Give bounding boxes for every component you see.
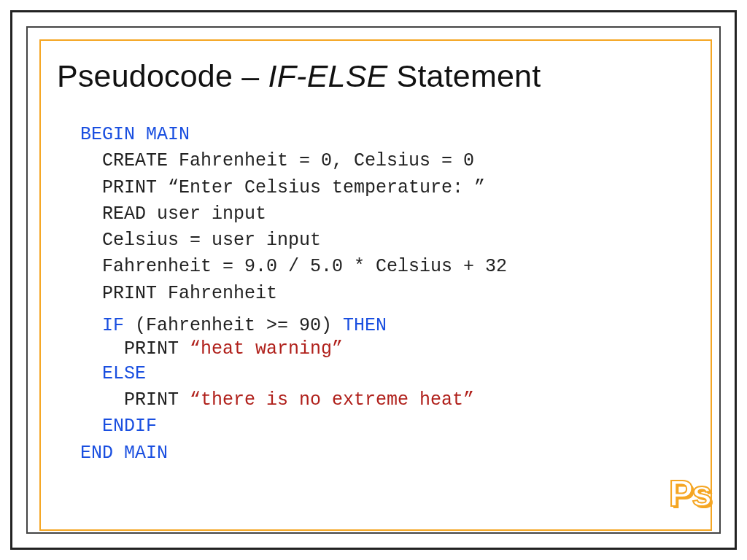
ps-logo: Ps Ps xyxy=(669,472,711,515)
kw-else: ELSE xyxy=(80,363,146,384)
code-if-condition: (Fahrenheit >= 90) xyxy=(124,315,343,336)
title-italic: IF-ELSE xyxy=(268,58,388,93)
title-prefix: Pseudocode – xyxy=(57,58,268,93)
ps-logo-front: Ps xyxy=(669,473,711,514)
kw-end-main: END MAIN xyxy=(80,443,168,464)
kw-if: IF xyxy=(80,315,124,336)
title-suffix: Statement xyxy=(387,58,541,93)
code-line-print-prompt-b: “Enter Celsius temperature: ” xyxy=(168,177,485,198)
str-no-extreme-heat: “there is no extreme heat” xyxy=(190,389,474,411)
pseudocode-block: BEGIN MAIN CREATE Fahrenheit = 0, Celsiu… xyxy=(80,122,703,467)
code-line-formula: Fahrenheit = 9.0 / 5.0 * Celsius + 32 xyxy=(80,254,703,280)
slide-content: Pseudocode – IF-ELSE Statement BEGIN MAI… xyxy=(57,58,703,467)
slide-title: Pseudocode – IF-ELSE Statement xyxy=(57,58,703,94)
kw-begin-main: BEGIN MAIN xyxy=(80,124,190,145)
code-print-noheat-a: PRINT xyxy=(80,389,190,411)
code-line-print-fahrenheit: PRINT Fahrenheit xyxy=(80,281,703,307)
kw-then: THEN xyxy=(343,315,387,336)
code-print-heat-a: PRINT xyxy=(80,338,190,359)
code-line-print-prompt-a: PRINT xyxy=(80,177,168,198)
kw-endif: ENDIF xyxy=(80,416,157,437)
str-heat-warning: “heat warning” xyxy=(190,338,343,359)
code-line-create: CREATE Fahrenheit = 0, Celsius = 0 xyxy=(80,148,703,174)
code-line-assign-celsius: Celsius = user input xyxy=(80,228,703,254)
code-line-read: READ user input xyxy=(80,201,703,228)
